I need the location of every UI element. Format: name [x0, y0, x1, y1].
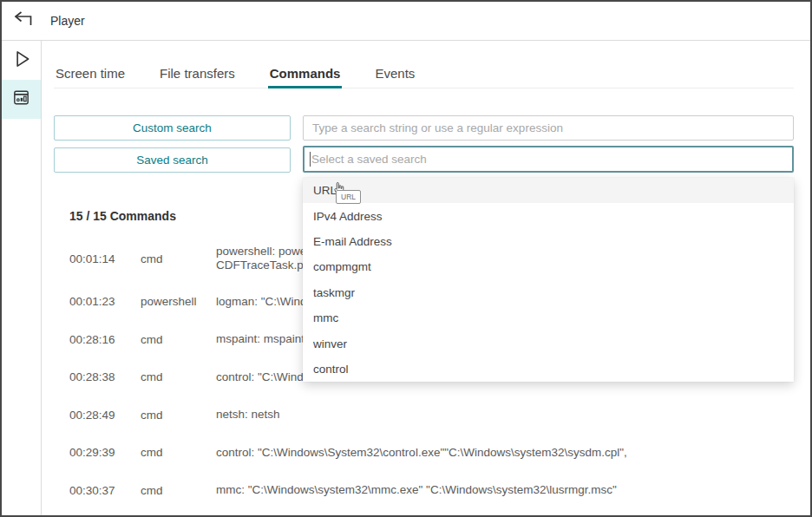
- commands-count: 15 / 15 Commands: [69, 209, 176, 223]
- tab-file-transfers[interactable]: File transfers: [158, 55, 237, 88]
- saved-search-option[interactable]: IPv4 Address: [303, 203, 794, 228]
- back-arrow-icon: [12, 10, 35, 32]
- saved-search-option[interactable]: URL: [303, 178, 794, 203]
- command-app: cmd: [141, 370, 216, 383]
- back-button[interactable]: [11, 9, 36, 33]
- tab-label: File transfers: [160, 66, 235, 81]
- tab-bar: Screen time File transfers Commands Even…: [54, 55, 794, 88]
- command-time: 00:01:23: [69, 295, 141, 308]
- command-app: cmd: [141, 484, 216, 497]
- saved-search-option[interactable]: E-mail Address: [303, 229, 794, 254]
- tab-screen-time[interactable]: Screen time: [54, 55, 127, 88]
- command-text: control: "C:\Windows\System32\control.ex…: [216, 446, 789, 460]
- search-input[interactable]: [303, 115, 794, 141]
- sidebar-item-playback[interactable]: [2, 41, 41, 80]
- saved-search-option[interactable]: winver: [303, 330, 794, 356]
- command-row: 00:30:37 cmd mmc: "C:\Windows\system32\m…: [69, 472, 789, 510]
- statistics-icon: [11, 88, 31, 111]
- saved-search-option-label: winver: [313, 337, 347, 350]
- command-text: mmc: "C:\Windows\system32\mmc.exe" "C:\W…: [216, 483, 789, 497]
- tab-label: Screen time: [56, 66, 125, 81]
- saved-search-dropdown: URL IPv4 Address E-mail Address compmgmt…: [303, 178, 794, 382]
- saved-search-option-label: control: [313, 363, 349, 376]
- command-time: 00:28:16: [69, 333, 141, 346]
- tab-events[interactable]: Events: [373, 55, 416, 88]
- command-row: 00:29:39 cmd control: "C:\Windows\System…: [69, 434, 789, 472]
- command-time: 00:01:14: [69, 252, 141, 265]
- play-icon: [10, 48, 33, 74]
- saved-search-input[interactable]: [303, 146, 794, 173]
- text-caret: [310, 152, 311, 167]
- command-app: cmd: [141, 252, 216, 265]
- saved-search-field: [303, 146, 794, 173]
- command-app: cmd: [141, 333, 216, 346]
- command-time: 00:29:39: [69, 446, 141, 459]
- url-tooltip: URL: [336, 190, 361, 204]
- saved-search-option[interactable]: taskmgr: [303, 280, 794, 305]
- command-text: netsh: netsh: [216, 408, 789, 422]
- custom-search-button[interactable]: Custom search: [54, 115, 291, 141]
- saved-search-option-label: compmgmt: [313, 260, 371, 273]
- saved-search-option-label: mmc: [313, 311, 338, 324]
- command-app: powershell: [141, 295, 216, 308]
- command-app: cmd: [141, 409, 216, 422]
- tab-commands[interactable]: Commands: [268, 55, 343, 88]
- saved-search-button[interactable]: Saved search: [54, 147, 291, 173]
- command-app: cmd: [141, 446, 216, 459]
- saved-search-option[interactable]: compmgmt: [303, 254, 794, 279]
- command-row: 00:28:49 cmd netsh: netsh: [69, 396, 789, 435]
- header-bar: Player: [2, 2, 810, 41]
- page-title: Player: [50, 14, 85, 28]
- saved-search-option-label: IPv4 Address: [313, 210, 383, 223]
- player-window: Player Screen time Fil: [0, 0, 812, 517]
- saved-search-option[interactable]: control: [303, 357, 794, 382]
- command-time: 00:30:37: [69, 484, 141, 497]
- command-time: 00:28:38: [69, 370, 141, 383]
- sidebar-item-statistics[interactable]: [2, 80, 41, 119]
- saved-search-option-label: taskmgr: [313, 286, 355, 299]
- saved-search-option[interactable]: mmc: [303, 305, 794, 330]
- tab-label: Commands: [270, 66, 341, 81]
- saved-search-option-label: E-mail Address: [313, 235, 392, 248]
- command-time: 00:28:49: [69, 409, 141, 422]
- active-tab-underline: [268, 86, 343, 88]
- tab-label: Events: [375, 66, 415, 81]
- sidebar: [2, 41, 42, 515]
